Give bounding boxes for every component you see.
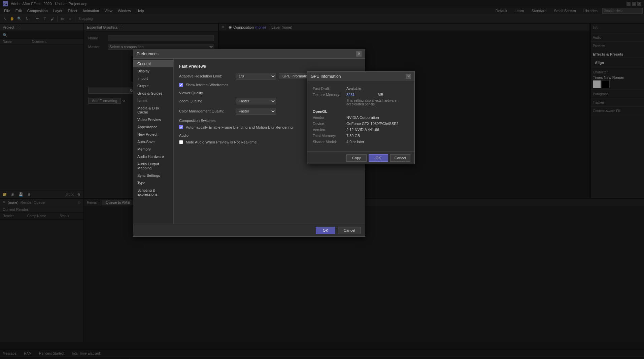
pref-mute-audio-label: Mute Audio When Preview is Not Real-time [186, 140, 257, 144]
gpu-texture-label: Texture Memory: [313, 93, 346, 97]
gpu-ok-button[interactable]: OK [369, 154, 388, 162]
gpu-version-label: Version: [313, 128, 346, 132]
pref-color-mgmt-label: Color Management Quality: [179, 109, 233, 113]
gpu-texture-memory-row: Texture Memory: 3231 MB [313, 93, 409, 97]
gpu-dialog-body: Fast Draft: Available Texture Memory: 32… [307, 81, 414, 151]
preferences-dialog-header: Preferences ✕ [133, 49, 365, 59]
pref-item-general[interactable]: General [133, 60, 173, 67]
gpu-texture-unit: MB [378, 93, 409, 97]
pref-item-media-disk[interactable]: Media & Disk Cache [133, 104, 173, 116]
gpu-dialog-close[interactable]: ✕ [406, 74, 411, 79]
gpu-vendor-row: Vendor: NVIDIA Corporation [313, 116, 409, 120]
pref-wireframes-label: Show Internal Wireframes [186, 83, 240, 87]
pref-item-sync-settings[interactable]: Sync Settings [133, 172, 173, 179]
pref-item-labels[interactable]: Labels [133, 97, 173, 104]
pref-item-display[interactable]: Display [133, 67, 173, 75]
gpu-dialog-title: GPU Information [311, 74, 341, 79]
pref-auto-enable-checkbox[interactable] [179, 125, 183, 129]
pref-item-auto-save[interactable]: Auto-Save [133, 138, 173, 145]
pref-item-audio-output[interactable]: Audio Output Mapping [133, 160, 173, 172]
pref-item-type[interactable]: Type [133, 179, 173, 187]
pref-mute-audio-checkbox[interactable] [179, 140, 183, 144]
pref-adaptive-select[interactable]: 1/8 [236, 73, 276, 79]
gpu-fast-draft-row: Fast Draft: Available [313, 87, 409, 91]
gpu-copy-button[interactable]: Copy [346, 154, 367, 162]
preferences-dialog-close[interactable]: ✕ [356, 51, 362, 57]
pref-item-memory[interactable]: Memory [133, 145, 173, 153]
gpu-version-value: 2.12 NVIDIA 441.66 [346, 128, 409, 132]
pref-item-grids[interactable]: Grids & Guides [133, 90, 173, 97]
pref-item-new-project[interactable]: New Project [133, 131, 173, 138]
preferences-sidebar: General Display Import Output Grids & Gu… [133, 59, 174, 224]
gpu-total-memory-row: Total Memory: 7.89 GB [313, 134, 409, 138]
gpu-device-value: GeForce GTX 1080/PCIe/SSE2 [346, 122, 409, 126]
gpu-texture-value: 3231 [346, 93, 378, 97]
gpu-vendor-value: NVIDIA Corporation [346, 116, 409, 120]
pref-wireframes-checkbox[interactable] [179, 83, 183, 87]
pref-item-scripting[interactable]: Scripting & Expressions [133, 187, 173, 198]
pref-color-mgmt-select[interactable]: Faster [236, 108, 276, 115]
gpu-info-dialog: GPU Information ✕ Fast Draft: Available … [307, 71, 415, 164]
pref-adaptive-label: Adaptive Resolution Limit: [179, 74, 233, 78]
gpu-texture-note-row: This setting also affects hardware-accel… [313, 99, 409, 106]
gpu-device-label: Device: [313, 122, 346, 126]
pref-fast-previews-title: Fast Previews [179, 64, 360, 69]
preferences-dialog-footer: OK Cancel [133, 224, 365, 236]
pref-item-video-preview[interactable]: Video Preview [133, 116, 173, 123]
pref-item-audio-hardware[interactable]: Audio Hardware [133, 153, 173, 160]
gpu-cancel-button[interactable]: Cancel [390, 154, 410, 162]
gpu-opengl-title: OpenGL [313, 109, 409, 113]
preferences-cancel-button[interactable]: Cancel [338, 227, 361, 234]
pref-zoom-select[interactable]: Faster [236, 98, 276, 104]
gpu-fast-draft-label: Fast Draft: [313, 87, 346, 91]
pref-zoom-label: Zoom Quality: [179, 99, 233, 103]
gpu-shader-value: 4.0 or later [346, 140, 409, 144]
preferences-ok-button[interactable]: OK [316, 227, 335, 234]
pref-auto-enable-label: Automatically Enable Frame Blending and … [186, 125, 293, 129]
pref-item-appearance[interactable]: Appearance [133, 123, 173, 131]
gpu-total-memory-label: Total Memory: [313, 134, 346, 138]
gpu-vendor-label: Vendor: [313, 116, 346, 120]
gpu-version-row: Version: 2.12 NVIDIA 441.66 [313, 128, 409, 132]
gpu-total-memory-value: 7.89 GB [346, 134, 409, 138]
gpu-dialog-footer: Copy OK Cancel [307, 151, 414, 164]
gpu-shader-label: Shader Model: [313, 140, 346, 144]
gpu-device-row: Device: GeForce GTX 1080/PCIe/SSE2 [313, 122, 409, 126]
gpu-texture-note: This setting also affects hardware-accel… [346, 99, 409, 106]
gpu-shader-model-row: Shader Model: 4.0 or later [313, 140, 409, 144]
pref-item-import[interactable]: Import [133, 75, 173, 82]
preferences-dialog-title: Preferences [137, 52, 159, 56]
gpu-fast-draft-value: Available [346, 87, 409, 91]
pref-item-output[interactable]: Output [133, 82, 173, 90]
gpu-dialog-header: GPU Information ✕ [307, 72, 414, 81]
